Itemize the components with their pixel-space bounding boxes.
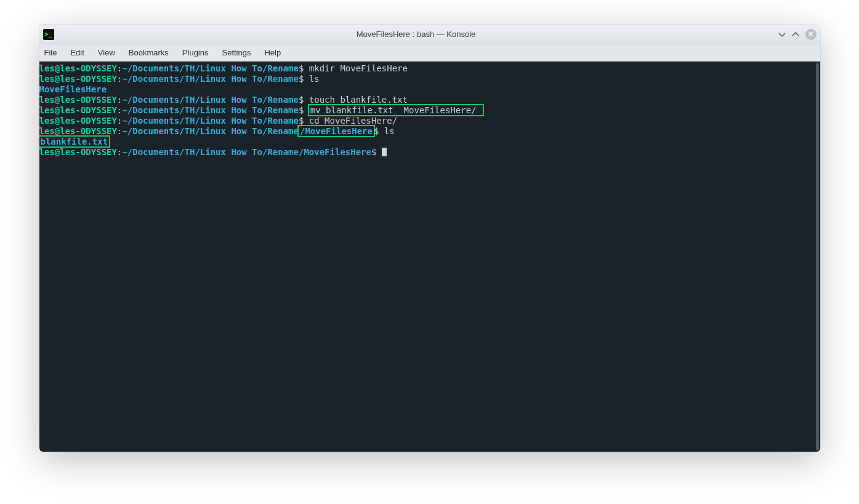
cmd-mv: mv blankfile.txt MoveFilesHere/ bbox=[310, 105, 482, 115]
prompt-user: les@les-ODYSSEY bbox=[39, 74, 117, 84]
highlight-mv: mv blankfile.txt MoveFilesHere/ bbox=[308, 104, 484, 116]
prompt-path-mfh: /MoveFilesHere bbox=[300, 126, 373, 136]
terminal[interactable]: les@les-ODYSSEY:~/Documents/TH/Linux How… bbox=[39, 62, 820, 452]
output-file: blankfile.txt bbox=[41, 137, 108, 146]
prompt-user: les@les-ODYSSEY bbox=[39, 147, 117, 157]
highlight-path-mfh: /MoveFilesHere bbox=[297, 125, 375, 137]
prompt-path: ~/Documents/TH/Linux How To/Rename bbox=[122, 95, 299, 105]
prompt-dollar: $ bbox=[299, 116, 309, 126]
menu-file[interactable]: File bbox=[44, 48, 57, 57]
prompt-user: les@les-ODYSSEY bbox=[39, 63, 117, 73]
konsole-window: >_ MoveFilesHere : bash — Konsole ✕ File… bbox=[39, 25, 820, 452]
prompt-path: ~/Documents/TH/Linux How To/Rename bbox=[122, 63, 299, 73]
prompt-path: ~/Documents/TH/Linux How To/Rename bbox=[122, 116, 299, 126]
prompt-user: les@les-ODYSSEY bbox=[39, 95, 117, 105]
prompt-user: les@les-ODYSSEY bbox=[39, 126, 117, 136]
highlight-output-file: blankfile.txt bbox=[39, 135, 111, 148]
app-icon: >_ bbox=[43, 29, 54, 40]
cmd-cd: cd MoveFilesHere/ bbox=[309, 116, 397, 126]
menu-bookmarks[interactable]: Bookmarks bbox=[129, 48, 169, 57]
prompt-path: ~/Documents/TH/Linux How To/Rename bbox=[122, 74, 299, 84]
window-controls: ✕ bbox=[778, 29, 817, 40]
prompt-dollar: $ bbox=[374, 126, 384, 136]
menu-edit[interactable]: Edit bbox=[70, 48, 84, 57]
cmd-touch: touch blankfile.txt bbox=[309, 95, 408, 105]
terminal-scrollbar[interactable] bbox=[815, 62, 819, 452]
prompt-path: ~/Documents/TH/Linux How To/Rename bbox=[122, 105, 299, 115]
cursor bbox=[382, 148, 387, 156]
titlebar[interactable]: >_ MoveFilesHere : bash — Konsole ✕ bbox=[39, 25, 820, 44]
menu-settings[interactable]: Settings bbox=[222, 48, 251, 57]
menubar: File Edit View Bookmarks Plugins Setting… bbox=[39, 44, 820, 62]
window-title: MoveFilesHere : bash — Konsole bbox=[59, 30, 773, 39]
menu-plugins[interactable]: Plugins bbox=[182, 48, 209, 57]
close-button[interactable]: ✕ bbox=[805, 29, 817, 40]
cmd-ls: ls bbox=[309, 74, 320, 84]
prompt-path-mfh: /MoveFilesHere bbox=[299, 147, 371, 157]
cmd-mkdir: mkdir MoveFilesHere bbox=[309, 63, 408, 73]
output-dir: MoveFilesHere bbox=[39, 84, 107, 94]
maximize-button[interactable] bbox=[792, 31, 799, 38]
cmd-ls2: ls bbox=[384, 126, 395, 136]
minimize-button[interactable] bbox=[778, 31, 786, 38]
prompt-path: ~/Documents/TH/Linux How To/Rename bbox=[122, 126, 299, 136]
prompt-path: ~/Documents/TH/Linux How To/Rename bbox=[122, 147, 299, 157]
terminal-output: les@les-ODYSSEY:~/Documents/TH/Linux How… bbox=[39, 62, 814, 158]
prompt-dollar: $ bbox=[299, 63, 309, 73]
menu-help[interactable]: Help bbox=[264, 48, 281, 57]
menu-view[interactable]: View bbox=[98, 48, 115, 57]
prompt-user: les@les-ODYSSEY bbox=[39, 116, 117, 126]
prompt-dollar: $ bbox=[371, 147, 382, 157]
prompt-dollar: $ bbox=[299, 95, 309, 105]
prompt-user: les@les-ODYSSEY bbox=[39, 105, 117, 115]
prompt-dollar: $ bbox=[299, 74, 309, 84]
